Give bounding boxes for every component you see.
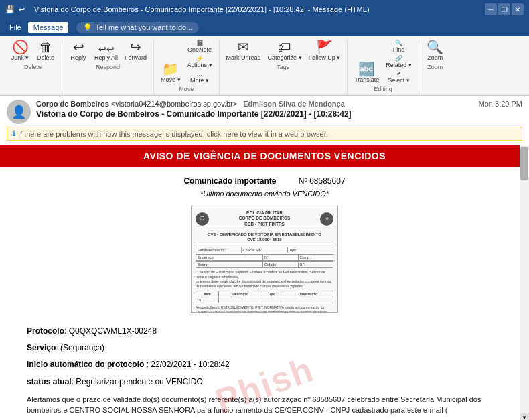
move-group-label: Move <box>158 86 215 92</box>
menu-bar: File Message 💡 Tell me what you want to … <box>0 19 529 36</box>
mark-unread-button[interactable]: ✉ Mark Unread <box>224 39 264 62</box>
onenote-label: OneNote <box>187 46 212 53</box>
actions-button[interactable]: ⚡ Actions ▾ <box>185 54 215 69</box>
more-label: More ▾ <box>190 77 209 84</box>
alert-header: AVISO DE VIGÊNCIA DE DOCUMENTOS VENCIDOS <box>0 145 529 167</box>
categorize-icon: 🏷 <box>278 40 291 54</box>
mark-unread-icon: ✉ <box>238 40 249 54</box>
select-icon: ✔ <box>396 70 402 77</box>
translate-button[interactable]: 🔤 Translate <box>352 61 382 84</box>
select-label: Select ▾ <box>388 77 410 84</box>
doc-text-block-2: As condições do ESTABELECIMENTO, PRIT, N… <box>196 305 333 313</box>
field-tipo: Tipo: <box>288 247 333 253</box>
scrollbar-track[interactable]: ▼ ▼ <box>520 145 529 420</box>
window-controls: ─ ❐ ✕ <box>485 3 524 15</box>
avatar: 👤 <box>7 100 31 124</box>
servico-label: Serviço <box>27 343 56 352</box>
reply-icon: ↩ <box>73 40 84 54</box>
restore-button[interactable]: ❐ <box>498 3 510 15</box>
onenote-icon: 📓 <box>196 40 204 46</box>
field-status: status atual: Regularizar pendente ou VE… <box>27 376 502 389</box>
email-from: Corpo de Bombeiros <vistoria04214@bombei… <box>36 100 473 108</box>
title-bar: 💾 ↩ Vistoria do Corpo de Bombeiros - Com… <box>0 0 529 19</box>
email-meta: Corpo de Bombeiros <vistoria04214@bombei… <box>36 100 473 119</box>
more-button[interactable]: … More ▾ <box>185 70 215 84</box>
ribbon: 🚫 Junk ▾ 🗑 Delete Delete ↩ Reply ↩↩ Repl… <box>0 36 529 96</box>
reply-all-button[interactable]: ↩↩ Reply All <box>92 43 121 62</box>
doc-field-row-2: Endereço: N°: Comp.: <box>196 254 333 261</box>
minimize-button[interactable]: ─ <box>485 3 497 15</box>
scroll-down-btn[interactable]: ▼ <box>520 413 529 420</box>
move-button[interactable]: 📁 Move ▾ <box>158 61 183 84</box>
reply-button[interactable]: ↩ Reply <box>66 39 90 62</box>
junk-button[interactable]: 🚫 Junk ▾ <box>8 39 32 62</box>
doc-number: CVE-18.0004-6810 <box>196 238 333 242</box>
zoom-icon: 🔍 <box>427 40 443 54</box>
protocolo-label: Protocolo <box>27 326 64 336</box>
find-label: Find <box>393 46 405 53</box>
ribbon-group-editing: 🔤 Translate 🔍 Find 🔗 Related ▾ ✔ Select … <box>348 39 419 95</box>
lightbulb-icon: 💡 <box>83 23 92 32</box>
logo-right: ⚜ <box>320 212 333 226</box>
doc-text-block-1: O Serviço de Fiscalização Superior, Esta… <box>196 270 333 289</box>
doc-notice: Comunicado importante Nº 68585607 <box>13 176 516 186</box>
field-estabelecimento: Estabelecimento: <box>196 247 242 253</box>
notice-label: Comunicado importante <box>183 176 276 186</box>
field-servico: Serviço: (Segurança) <box>27 342 502 354</box>
ribbon-group-zoom: 🔍 Zoom Zoom <box>419 39 451 95</box>
logo-left: 🛡 <box>196 212 209 226</box>
field-uf: UF: <box>299 262 333 267</box>
doc-table: ItemDescriçãoQtdObservação 01 <box>196 291 333 303</box>
follow-up-button[interactable]: 🚩 Follow Up ▾ <box>306 39 344 62</box>
undo-icon[interactable]: ↩ <box>19 5 25 14</box>
editing-group-label: Editing <box>352 86 414 92</box>
onenote-button[interactable]: 📓 OneNote <box>185 39 215 54</box>
doc-field-row-1: Estabelecimento: CNPJ/CPF: Tipo: <box>196 247 333 253</box>
email-subject: Vistoria do Corpo de Bombeiros - Comunic… <box>36 109 473 119</box>
zoom-button[interactable]: 🔍 Zoom <box>423 39 447 62</box>
junk-icon: 🚫 <box>12 40 29 54</box>
doc-title: CVE - CERTIFICADO DE VISTORIA EM ESTABEL… <box>196 232 333 236</box>
follow-up-label: Follow Up ▾ <box>309 54 341 61</box>
zoom-group-label: Zoom <box>423 64 447 70</box>
close-button[interactable]: ✕ <box>512 3 524 15</box>
doc-header-text: POLÍCIA MILITARCORPO DE BOMBEIROSCCB - P… <box>209 210 320 227</box>
doc-image-container: 🛡 POLÍCIA MILITARCORPO DE BOMBEIROSCCB -… <box>13 206 516 313</box>
field-comp: Comp.: <box>299 255 333 260</box>
related-icon: 🔗 <box>395 55 402 62</box>
email-date: Mon 3:29 PM <box>479 100 522 108</box>
move-icon: 📁 <box>162 62 179 76</box>
scrollbar-thumb[interactable] <box>520 147 528 180</box>
forward-icon: ↪ <box>130 40 141 54</box>
reply-all-label: Reply All <box>94 54 118 61</box>
title-bar-title: Vistoria do Corpo de Bombeiros - Comunic… <box>34 5 370 13</box>
more-icon: … <box>197 70 203 77</box>
field-protocolo: Protocolo: Q0QXQCWML1X-00248 <box>27 325 502 338</box>
field-cnpj: CNPJ/CPF: <box>242 247 287 253</box>
menu-file[interactable]: File <box>4 22 27 33</box>
field-bairro: Bairro: <box>196 262 263 267</box>
delete-button[interactable]: 🗑 Delete <box>33 39 58 62</box>
categorize-label: Categorize ▾ <box>268 54 302 61</box>
email-content: AVISO DE VIGÊNCIA DE DOCUMENTOS VENCIDOS… <box>0 145 529 420</box>
notice-number: Nº 68585607 <box>299 176 346 186</box>
zoom-label: Zoom <box>427 54 443 61</box>
ribbon-group-respond: ↩ Reply ↩↩ Reply All ↪ Forward Respond <box>62 39 154 95</box>
app-icon: 💾 <box>5 5 15 14</box>
field-num: N°: <box>263 255 299 260</box>
categorize-button[interactable]: 🏷 Categorize ▾ <box>265 39 305 62</box>
related-button[interactable]: 🔗 Related ▾ <box>383 54 414 69</box>
tell-me-label: Tell me what you want to do... <box>95 23 192 31</box>
select-button[interactable]: ✔ Select ▾ <box>383 70 414 84</box>
find-button[interactable]: 🔍 Find <box>383 39 414 54</box>
tags-group-label: Tags <box>224 64 344 70</box>
menu-message[interactable]: Message <box>28 22 69 33</box>
inicio-label: inicio automático do protocolo <box>27 360 144 369</box>
ribbon-group-tags: ✉ Mark Unread 🏷 Categorize ▾ 🚩 Follow Up… <box>220 39 348 95</box>
actions-icon: ⚡ <box>196 55 204 62</box>
find-icon: 🔍 <box>395 40 402 46</box>
forward-button[interactable]: ↪ Forward <box>122 39 149 62</box>
info-bar[interactable]: ℹ If there are problems with how this me… <box>7 127 522 141</box>
tell-me-input[interactable]: 💡 Tell me what you want to do... <box>76 22 199 33</box>
email-body-scroll[interactable]: AVISO DE VIGÊNCIA DE DOCUMENTOS VENCIDOS… <box>0 145 529 420</box>
